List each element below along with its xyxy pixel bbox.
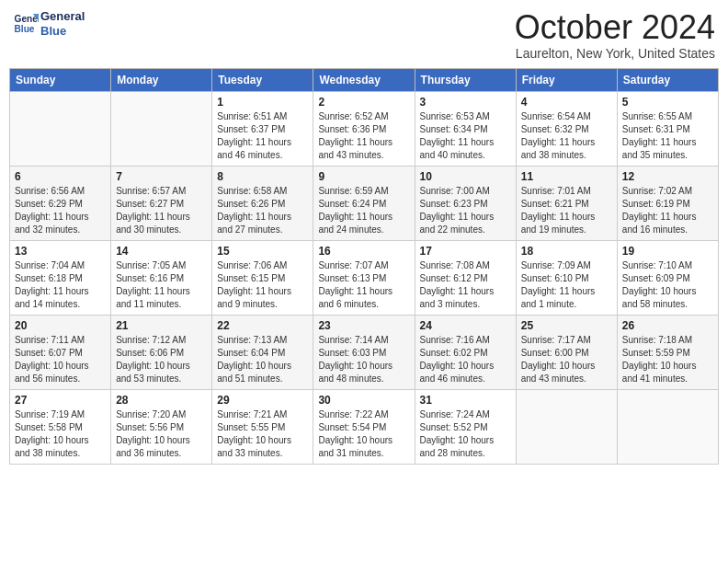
- calendar-cell: 22Sunrise: 7:13 AMSunset: 6:04 PMDayligh…: [212, 315, 313, 389]
- logo: General Blue General Blue: [13, 9, 85, 38]
- day-number: 14: [116, 245, 207, 258]
- day-number: 20: [15, 319, 106, 332]
- day-header-tuesday: Tuesday: [212, 68, 313, 91]
- calendar-week-row: 6Sunrise: 6:56 AMSunset: 6:29 PMDaylight…: [10, 166, 719, 240]
- calendar-cell: 12Sunrise: 7:02 AMSunset: 6:19 PMDayligh…: [617, 166, 718, 240]
- title-block: October 2024 Laurelton, New York, United…: [515, 9, 715, 61]
- day-number: 7: [116, 170, 207, 183]
- day-info: Sunrise: 7:12 AMSunset: 6:06 PMDaylight:…: [116, 334, 207, 385]
- day-info: Sunrise: 7:04 AMSunset: 6:18 PMDaylight:…: [15, 259, 106, 311]
- calendar-cell: 4Sunrise: 6:54 AMSunset: 6:32 PMDaylight…: [516, 91, 617, 166]
- day-info: Sunrise: 7:16 AMSunset: 6:02 PMDaylight:…: [420, 334, 511, 385]
- day-info: Sunrise: 7:06 AMSunset: 6:15 PMDaylight:…: [217, 259, 308, 311]
- day-info: Sunrise: 7:09 AMSunset: 6:10 PMDaylight:…: [521, 259, 612, 311]
- day-number: 3: [420, 96, 511, 109]
- day-info: Sunrise: 7:14 AMSunset: 6:03 PMDaylight:…: [318, 334, 409, 385]
- day-info: Sunrise: 6:57 AMSunset: 6:27 PMDaylight:…: [116, 185, 207, 236]
- month-title: October 2024: [515, 9, 715, 46]
- calendar-cell: 5Sunrise: 6:55 AMSunset: 6:31 PMDaylight…: [617, 91, 718, 166]
- calendar-cell: 14Sunrise: 7:05 AMSunset: 6:16 PMDayligh…: [111, 240, 212, 315]
- logo-text-line1: General: [40, 9, 85, 24]
- day-info: Sunrise: 7:00 AMSunset: 6:23 PMDaylight:…: [420, 185, 511, 236]
- day-info: Sunrise: 7:01 AMSunset: 6:21 PMDaylight:…: [521, 185, 612, 236]
- calendar-cell: 7Sunrise: 6:57 AMSunset: 6:27 PMDaylight…: [111, 166, 212, 240]
- day-info: Sunrise: 6:53 AMSunset: 6:34 PMDaylight:…: [420, 110, 511, 162]
- calendar-cell: [617, 389, 718, 464]
- day-number: 21: [116, 319, 207, 332]
- calendar-cell: 3Sunrise: 6:53 AMSunset: 6:34 PMDaylight…: [415, 91, 516, 166]
- calendar-cell: 11Sunrise: 7:01 AMSunset: 6:21 PMDayligh…: [516, 166, 617, 240]
- day-number: 5: [622, 96, 713, 109]
- day-info: Sunrise: 7:19 AMSunset: 5:58 PMDaylight:…: [15, 408, 106, 460]
- day-number: 30: [318, 394, 409, 407]
- day-info: Sunrise: 7:20 AMSunset: 5:56 PMDaylight:…: [116, 408, 207, 460]
- logo-text-line2: Blue: [40, 24, 85, 39]
- day-number: 31: [420, 394, 511, 407]
- calendar-cell: 30Sunrise: 7:22 AMSunset: 5:54 PMDayligh…: [313, 389, 415, 464]
- day-info: Sunrise: 7:08 AMSunset: 6:12 PMDaylight:…: [420, 259, 511, 311]
- calendar-week-row: 1Sunrise: 6:51 AMSunset: 6:37 PMDaylight…: [10, 91, 719, 166]
- calendar-cell: 16Sunrise: 7:07 AMSunset: 6:13 PMDayligh…: [313, 240, 415, 315]
- day-info: Sunrise: 7:18 AMSunset: 5:59 PMDaylight:…: [622, 334, 713, 385]
- day-info: Sunrise: 6:55 AMSunset: 6:31 PMDaylight:…: [622, 110, 713, 162]
- day-header-wednesday: Wednesday: [313, 68, 415, 91]
- day-info: Sunrise: 6:58 AMSunset: 6:26 PMDaylight:…: [217, 185, 308, 236]
- calendar-cell: 29Sunrise: 7:21 AMSunset: 5:55 PMDayligh…: [212, 389, 313, 464]
- day-number: 28: [116, 394, 207, 407]
- calendar-table: SundayMondayTuesdayWednesdayThursdayFrid…: [9, 68, 719, 465]
- calendar-cell: 25Sunrise: 7:17 AMSunset: 6:00 PMDayligh…: [516, 315, 617, 389]
- logo-icon: General Blue: [13, 11, 39, 37]
- day-info: Sunrise: 6:59 AMSunset: 6:24 PMDaylight:…: [318, 185, 409, 236]
- day-header-monday: Monday: [111, 68, 212, 91]
- calendar-cell: 28Sunrise: 7:20 AMSunset: 5:56 PMDayligh…: [111, 389, 212, 464]
- day-info: Sunrise: 6:56 AMSunset: 6:29 PMDaylight:…: [15, 185, 106, 236]
- day-number: 10: [420, 170, 511, 183]
- calendar-week-row: 20Sunrise: 7:11 AMSunset: 6:07 PMDayligh…: [10, 315, 719, 389]
- calendar-cell: 17Sunrise: 7:08 AMSunset: 6:12 PMDayligh…: [415, 240, 516, 315]
- day-number: 23: [318, 319, 409, 332]
- day-number: 16: [318, 245, 409, 258]
- calendar-cell: 1Sunrise: 6:51 AMSunset: 6:37 PMDaylight…: [212, 91, 313, 166]
- day-number: 1: [217, 96, 308, 109]
- day-number: 6: [15, 170, 106, 183]
- day-header-friday: Friday: [516, 68, 617, 91]
- day-info: Sunrise: 6:54 AMSunset: 6:32 PMDaylight:…: [521, 110, 612, 162]
- calendar-week-row: 13Sunrise: 7:04 AMSunset: 6:18 PMDayligh…: [10, 240, 719, 315]
- day-info: Sunrise: 6:51 AMSunset: 6:37 PMDaylight:…: [217, 110, 308, 162]
- day-number: 11: [521, 170, 612, 183]
- day-number: 12: [622, 170, 713, 183]
- calendar-cell: 21Sunrise: 7:12 AMSunset: 6:06 PMDayligh…: [111, 315, 212, 389]
- day-number: 8: [217, 170, 308, 183]
- day-number: 13: [15, 245, 106, 258]
- calendar-cell: 18Sunrise: 7:09 AMSunset: 6:10 PMDayligh…: [516, 240, 617, 315]
- day-number: 25: [521, 319, 612, 332]
- calendar-cell: 6Sunrise: 6:56 AMSunset: 6:29 PMDaylight…: [10, 166, 111, 240]
- calendar-cell: 26Sunrise: 7:18 AMSunset: 5:59 PMDayligh…: [617, 315, 718, 389]
- calendar-cell: 20Sunrise: 7:11 AMSunset: 6:07 PMDayligh…: [10, 315, 111, 389]
- calendar-week-row: 27Sunrise: 7:19 AMSunset: 5:58 PMDayligh…: [10, 389, 719, 464]
- day-number: 26: [622, 319, 713, 332]
- calendar-cell: [10, 91, 111, 166]
- day-number: 15: [217, 245, 308, 258]
- calendar-cell: 27Sunrise: 7:19 AMSunset: 5:58 PMDayligh…: [10, 389, 111, 464]
- calendar-cell: 24Sunrise: 7:16 AMSunset: 6:02 PMDayligh…: [415, 315, 516, 389]
- calendar-cell: 10Sunrise: 7:00 AMSunset: 6:23 PMDayligh…: [415, 166, 516, 240]
- day-info: Sunrise: 7:02 AMSunset: 6:19 PMDaylight:…: [622, 185, 713, 236]
- day-info: Sunrise: 7:11 AMSunset: 6:07 PMDaylight:…: [15, 334, 106, 385]
- day-header-sunday: Sunday: [10, 68, 111, 91]
- day-number: 22: [217, 319, 308, 332]
- location: Laurelton, New York, United States: [515, 46, 715, 61]
- day-number: 2: [318, 96, 409, 109]
- calendar-cell: 19Sunrise: 7:10 AMSunset: 6:09 PMDayligh…: [617, 240, 718, 315]
- day-info: Sunrise: 7:21 AMSunset: 5:55 PMDaylight:…: [217, 408, 308, 460]
- day-number: 17: [420, 245, 511, 258]
- day-info: Sunrise: 7:10 AMSunset: 6:09 PMDaylight:…: [622, 259, 713, 311]
- calendar-cell: 31Sunrise: 7:24 AMSunset: 5:52 PMDayligh…: [415, 389, 516, 464]
- day-info: Sunrise: 7:07 AMSunset: 6:13 PMDaylight:…: [318, 259, 409, 311]
- day-number: 4: [521, 96, 612, 109]
- day-info: Sunrise: 7:17 AMSunset: 6:00 PMDaylight:…: [521, 334, 612, 385]
- calendar-cell: 2Sunrise: 6:52 AMSunset: 6:36 PMDaylight…: [313, 91, 415, 166]
- day-info: Sunrise: 7:05 AMSunset: 6:16 PMDaylight:…: [116, 259, 207, 311]
- calendar-header-row: SundayMondayTuesdayWednesdayThursdayFrid…: [10, 68, 719, 91]
- day-number: 18: [521, 245, 612, 258]
